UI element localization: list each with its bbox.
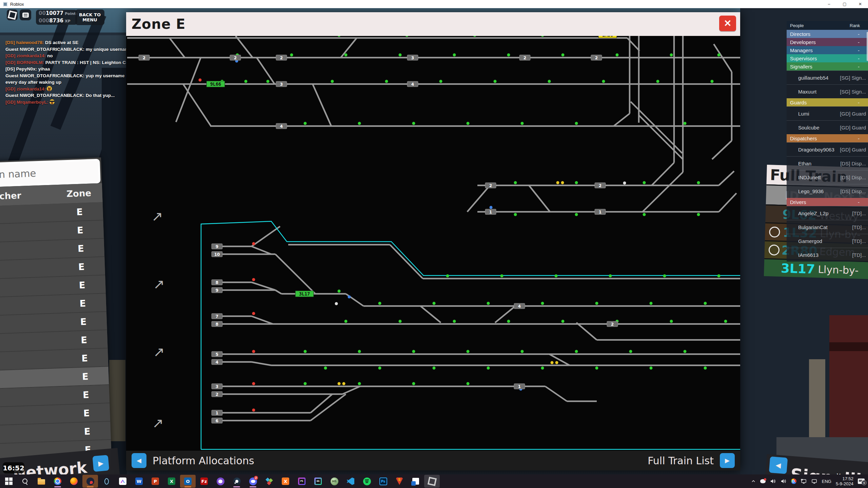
taskbar-button-rainmeter[interactable] <box>261 475 277 488</box>
people-member-row[interactable]: INDJunett[DS] Disp... <box>787 170 868 184</box>
people-scrollbar[interactable] <box>867 32 868 61</box>
outlook-icon: O <box>184 477 192 485</box>
taskbar-button-outlook[interactable]: O <box>180 475 196 488</box>
people-member-row[interactable]: Maxuurt[SG] Sign... <box>787 84 868 98</box>
zone-panel-close-button[interactable]: ✕ <box>719 16 736 31</box>
opera-icon <box>103 477 111 485</box>
people-category-row[interactable]: Supervisors- <box>787 54 868 62</box>
tray-notification-icon[interactable]: 9 <box>858 479 865 484</box>
full-train-list-button[interactable]: ▶ <box>720 453 735 468</box>
taskbar-button-photoshop[interactable]: Ps <box>375 475 391 488</box>
taskbar-button-filezilla[interactable]: Fz <box>196 475 212 488</box>
taskbar-button-word[interactable]: W <box>131 475 147 488</box>
people-category-row[interactable]: Directors- <box>787 30 868 38</box>
taskbar-button-datagrip[interactable]: DG <box>310 475 326 488</box>
people-member-row[interactable]: AngeleZ_L2p[TD]... <box>787 206 868 220</box>
taskbar-button-steam[interactable] <box>229 475 244 488</box>
taskbar-button-search[interactable] <box>17 475 33 488</box>
tray-chevron-up-icon[interactable] <box>751 479 756 483</box>
people-member-row[interactable]: Soulcube[GD] Guard <box>787 120 868 134</box>
roblox-menu-button[interactable] <box>7 9 18 20</box>
train-radio-placeholder <box>768 268 778 268</box>
people-category-row[interactable]: Guards- <box>787 98 868 106</box>
track-diagram[interactable]: ↗↗↗↗222322344221142191089785432161M369L6… <box>126 36 740 451</box>
taskbar-button-start[interactable] <box>1 475 17 488</box>
taskbar-button-remote-desktop[interactable] <box>408 475 423 488</box>
people-category-row[interactable]: Dispatchers- <box>787 134 868 142</box>
person-rank: [GD] Guard <box>840 147 866 152</box>
sunglasses-emoji <box>50 99 55 104</box>
svg-text:2: 2 <box>599 183 601 188</box>
taskbar-button-clickup[interactable] <box>115 475 131 488</box>
svg-text:↗: ↗ <box>153 344 165 360</box>
people-member-row[interactable]: Ethan[DS] Disp... <box>787 156 868 170</box>
tray-volume2-icon[interactable] <box>781 479 787 484</box>
person-name: Gamergod <box>798 238 822 244</box>
people-member-row[interactable]: Dragonboy9063[GD] Guard <box>787 142 868 156</box>
people-member-row[interactable]: IAm6613[TD]... <box>787 248 868 262</box>
platform-allocations-label[interactable]: Platform Allocations <box>153 455 254 467</box>
svg-text:1: 1 <box>518 384 521 389</box>
back-to-menu-button[interactable]: BACK TO MENU <box>75 9 104 25</box>
taskbar-button-file-explorer[interactable] <box>34 475 49 488</box>
minimize-button[interactable]: – <box>821 0 837 8</box>
train-select-radio[interactable] <box>769 244 780 256</box>
people-member-row[interactable]: Lego_9936[DS] Disp... <box>787 184 868 198</box>
tray-language-label[interactable]: ENG <box>822 479 831 484</box>
taskbar-button-opera[interactable] <box>99 475 114 488</box>
taskbar-button-chrome[interactable] <box>50 475 65 488</box>
taskbar-button-powerpoint[interactable]: P <box>147 475 163 488</box>
taskbar-button-phpstorm[interactable]: PS <box>294 475 310 488</box>
train-select-radio[interactable] <box>769 226 780 238</box>
taskbar-button-excel[interactable]: X <box>164 475 179 488</box>
person-rank: - <box>858 64 860 69</box>
tray-display-icon[interactable] <box>811 479 817 484</box>
taskbar-button-roblox[interactable] <box>424 475 440 488</box>
zone-cell: E <box>67 404 105 423</box>
people-category-row[interactable]: Managers- <box>787 46 868 54</box>
maximize-button[interactable]: ▢ <box>837 0 852 8</box>
people-category-row[interactable]: Signallers- <box>787 62 868 70</box>
taskbar-button-spotify[interactable] <box>359 475 375 488</box>
svg-text:2: 2 <box>280 56 283 60</box>
tray-discord-icon[interactable] <box>760 479 766 483</box>
chat-bubble-icon <box>22 13 29 18</box>
close-button[interactable]: ✕ <box>852 0 868 8</box>
taskbar-button-discord[interactable]: 2 <box>245 475 261 488</box>
back-to-menu-line1: BACK TO <box>79 12 101 17</box>
svg-text:2: 2 <box>234 56 237 60</box>
svg-text:9: 9 <box>216 244 218 249</box>
person-rank: - <box>858 47 860 53</box>
tray-clock[interactable]: 17:52 5-9-2024 <box>836 476 853 486</box>
signalling-back-button[interactable]: ◀ <box>769 456 788 474</box>
taskbar-button-xampp[interactable]: X <box>278 475 293 488</box>
chat-text: [GD] ziomkarda14: <box>5 86 46 92</box>
taskbar-button-heidisql[interactable]: HS <box>327 475 342 488</box>
people-member-row[interactable]: guillaumeb54[SG] Sign... <box>787 70 868 84</box>
taskbar-button-vscode[interactable] <box>343 475 358 488</box>
people-member-row[interactable]: Lumi[GD] Guard <box>787 106 868 120</box>
taskbar-button-shield-v[interactable]: S <box>392 475 407 488</box>
people-member-row[interactable]: Gamergod[TD]... <box>787 234 868 248</box>
tray-volume-icon[interactable] <box>770 479 776 484</box>
people-category-row[interactable]: Drivers- <box>787 198 868 206</box>
person-name: guillaumeb54 <box>798 75 828 81</box>
taskbar-button-github[interactable] <box>213 475 228 488</box>
full-train-list-label[interactable]: Full Train List <box>648 455 714 467</box>
zone-e-panel: Zone E ✕ ↗↗↗↗222322344221142191089785432… <box>126 12 740 470</box>
tray-chrome-icon[interactable] <box>791 479 796 484</box>
person-name: INDJunett <box>798 175 821 180</box>
taskbar-button-opera-gx[interactable] <box>82 475 98 488</box>
people-category-row[interactable]: Developers- <box>787 38 868 46</box>
person-name: Drivers <box>790 199 806 205</box>
network-next-button[interactable]: ▶ <box>92 455 109 472</box>
chat-toggle-button[interactable] <box>20 9 31 20</box>
tray-date: 5-9-2024 <box>836 481 853 486</box>
datagrip-icon: DG <box>314 477 322 485</box>
platform-allocations-button[interactable]: ◀ <box>132 453 146 468</box>
taskbar-button-firefox[interactable] <box>66 475 82 488</box>
tray-network-icon[interactable] <box>801 479 807 484</box>
running-indicator <box>250 486 256 487</box>
people-member-row[interactable]: BulgarianCat[TD]... <box>787 220 868 234</box>
running-indicator <box>54 486 61 487</box>
